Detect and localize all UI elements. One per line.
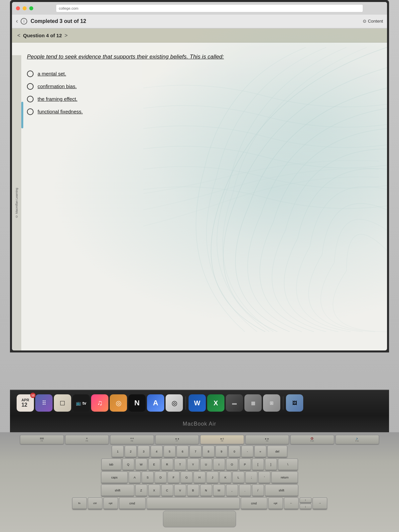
key-delete[interactable]: del [267,446,287,458]
dock-app-preview[interactable]: 🖼 [286,394,303,412]
key-bracket-l[interactable]: [ [252,459,264,470]
key-x[interactable]: X [148,484,160,496]
key-f5[interactable]: ☀ F5 [65,435,109,444]
key-5[interactable]: 5 [164,446,176,458]
key-minus[interactable]: - [241,446,253,458]
key-j[interactable]: J [206,471,218,483]
key-v[interactable]: V [174,484,186,496]
back-button[interactable]: ‹ [16,18,18,25]
key-option-r[interactable]: opt [268,497,283,509]
dock-app-grid[interactable]: ⠿ [35,394,53,412]
key-f4[interactable]: ⊞⊞ F4 [20,435,64,444]
key-q[interactable]: Q [122,459,134,470]
key-bracket-r[interactable]: ] [265,459,277,470]
key-backslash[interactable]: \ [278,459,298,470]
key-3[interactable]: 3 [138,446,150,458]
key-equals[interactable]: = [254,446,266,458]
key-z[interactable]: Z [135,484,147,496]
key-2[interactable]: 2 [125,446,137,458]
prev-question-button[interactable]: < [17,33,20,39]
key-space[interactable] [147,497,240,509]
key-f11[interactable]: 🔉 F11 [335,435,379,444]
key-comma[interactable]: , [226,484,238,496]
key-arrow-down[interactable]: ↓ [300,504,312,509]
dock-app-safari[interactable]: ◎ [166,394,183,412]
key-i[interactable]: I [213,459,225,470]
dock-app-excel[interactable]: X [207,394,224,412]
key-k[interactable]: K [219,471,231,483]
minimize-window-button[interactable] [23,6,27,10]
key-tab[interactable]: tab [101,459,121,470]
key-option[interactable]: opt [103,497,118,509]
key-1[interactable]: 1 [112,446,124,458]
key-ctrl[interactable]: ctrl [88,497,102,509]
answer-option-d[interactable]: functional fixedness. [27,108,370,115]
dock-app-podcast[interactable]: ◎ [110,394,127,412]
dock-app-finder[interactable]: □ [54,394,71,412]
key-a[interactable]: A [129,471,141,483]
key-shift-l[interactable]: shift [101,484,134,496]
key-fn[interactable]: fn [72,497,87,509]
key-p[interactable]: P [239,459,251,470]
key-g[interactable]: G [181,471,193,483]
next-question-button[interactable]: > [65,33,67,39]
dock-app-badge[interactable]: APR12 12 [17,394,34,412]
key-m[interactable]: M [213,484,225,496]
key-6[interactable]: 6 [177,446,189,458]
radio-c[interactable] [27,96,34,102]
key-t[interactable]: T [174,459,186,470]
dock-app-word[interactable]: W [189,394,206,412]
content-button[interactable]: ⊙ Content [363,19,383,24]
key-caps[interactable]: caps [101,471,128,483]
key-cmd-l[interactable]: cmd [119,497,146,509]
key-f9[interactable]: ►► F9 [245,435,289,444]
maximize-window-button[interactable] [29,6,33,10]
key-r[interactable]: R [161,459,173,470]
radio-d[interactable] [27,108,34,115]
url-bar[interactable]: college.com [56,4,363,12]
dock-app-generic3[interactable]: ⊞ [263,394,280,412]
key-f7[interactable]: ◄◄ F7 [155,435,199,444]
answer-option-b[interactable]: confirmation bias. [27,83,370,90]
dock-app-generic2[interactable]: ▦ [244,394,262,412]
answer-option-c[interactable]: the framing effect. [27,96,370,102]
radio-a[interactable] [27,70,34,77]
key-quote[interactable]: ' [258,471,270,483]
key-f10[interactable]: 🔇 F10 [290,435,334,444]
touchpad[interactable] [163,511,236,527]
key-h[interactable]: H [194,471,205,483]
key-n[interactable]: N [200,484,212,496]
radio-b[interactable] [27,83,34,90]
key-arrow-up[interactable]: ↑ [300,497,312,503]
key-cmd-r[interactable]: cmd [241,497,267,509]
close-window-button[interactable] [16,6,20,10]
key-slash[interactable]: / [252,484,264,496]
key-w[interactable]: W [135,459,147,470]
key-c[interactable]: C [161,484,173,496]
key-y[interactable]: Y [187,459,199,470]
info-icon[interactable]: i [21,18,27,25]
key-period[interactable]: . [239,484,251,496]
key-shift-r[interactable]: shift [265,484,298,496]
key-e[interactable]: E [148,459,160,470]
dock-app-music[interactable]: ♫ [91,394,108,412]
key-s[interactable]: S [142,471,154,483]
key-u[interactable]: U [200,459,212,470]
key-0[interactable]: 0 [228,446,240,458]
key-4[interactable]: 4 [151,446,163,458]
dock-app-appletv[interactable]: 📺 tv [72,394,90,412]
dock-app-generic1[interactable]: ▬ [226,394,243,412]
key-f[interactable]: F [168,471,180,483]
dock-app-notifications[interactable]: N [128,394,146,412]
key-arrow-left[interactable]: ← [284,497,299,509]
key-8[interactable]: 8 [202,446,214,458]
key-f6[interactable]: ☀☀ F6 [110,435,154,444]
key-9[interactable]: 9 [215,446,227,458]
key-7[interactable]: 7 [190,446,201,458]
key-d[interactable]: D [155,471,167,483]
key-return[interactable]: return [271,471,298,483]
key-b[interactable]: B [187,484,199,496]
key-semicolon[interactable]: ; [245,471,257,483]
key-l[interactable]: L [232,471,244,483]
key-arrow-right[interactable]: → [313,497,327,509]
